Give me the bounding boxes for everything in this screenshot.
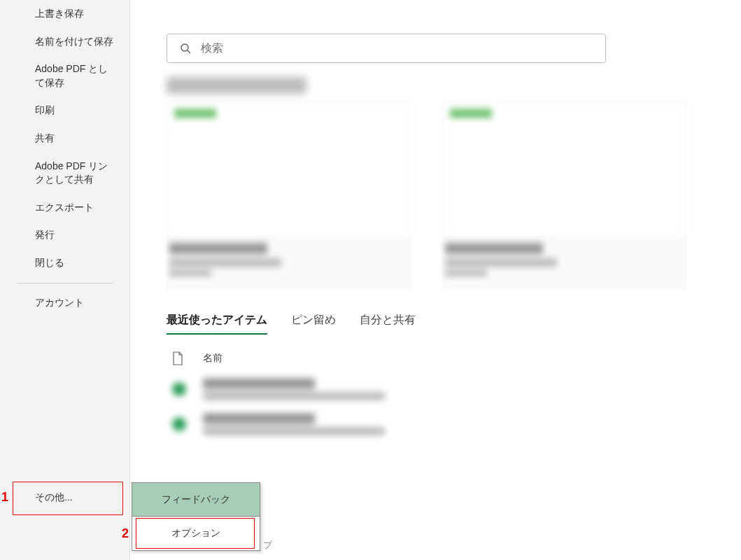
sidebar-item-save[interactable]: 上書き保存 (0, 0, 129, 28)
popup-item-feedback[interactable]: フィードバック (132, 483, 260, 517)
recent-cards-row (167, 101, 705, 290)
sidebar-divider (17, 283, 113, 284)
recent-card[interactable] (442, 101, 687, 290)
tab-recent[interactable]: 最近使ったアイテム (167, 313, 267, 335)
sidebar-item-account[interactable]: アカウント (0, 289, 129, 317)
list-item[interactable] (172, 413, 705, 435)
card-info-blurred (167, 237, 411, 290)
excel-file-icon (172, 417, 186, 431)
svg-point-0 (181, 44, 188, 51)
tab-pinned[interactable]: ピン留め (291, 313, 336, 335)
search-icon (180, 43, 191, 54)
list-item[interactable] (172, 378, 705, 400)
sidebar-item-share-adobe-pdf-link[interactable]: Adobe PDF リンクとして共有 (0, 153, 129, 194)
list-header: 名前 (172, 351, 705, 365)
recent-tabs: 最近使ったアイテム ピン留め 自分と共有 (167, 313, 705, 335)
search-input[interactable] (201, 42, 593, 55)
sidebar-item-save-adobe-pdf[interactable]: Adobe PDF として保存 (0, 55, 129, 97)
sidebar-item-share[interactable]: 共有 (0, 125, 129, 153)
column-header-name: 名前 (203, 352, 223, 365)
sidebar-item-close[interactable]: 閉じる (0, 249, 129, 277)
card-thumbnail (442, 101, 687, 237)
sidebar-item-publish[interactable]: 発行 (0, 221, 129, 249)
backstage-sidebar: 上書き保存 名前を付けて保存 Adobe PDF として保存 印刷 共有 Ado… (0, 0, 130, 560)
sidebar-item-print[interactable]: 印刷 (0, 97, 129, 125)
recent-card[interactable] (167, 101, 411, 290)
excel-file-icon (172, 382, 186, 396)
truncated-text-fragment: プ (263, 539, 272, 552)
more-popup-menu: フィードバック オプション (132, 482, 260, 551)
section-heading-blurred (167, 77, 306, 94)
popup-item-options[interactable]: オプション (132, 517, 260, 550)
annotation-number-1: 1 (1, 490, 8, 505)
sidebar-item-save-as[interactable]: 名前を付けて保存 (0, 28, 129, 56)
main-content: 最近使ったアイテム ピン留め 自分と共有 名前 (130, 0, 741, 560)
card-info-blurred (442, 237, 687, 290)
search-box[interactable] (167, 34, 606, 63)
sidebar-item-export[interactable]: エクスポート (0, 194, 129, 222)
sidebar-item-more[interactable]: その他... (35, 491, 73, 504)
card-thumbnail (167, 101, 411, 237)
svg-line-1 (188, 50, 190, 53)
document-icon (172, 351, 183, 365)
annotation-number-2: 2 (122, 526, 129, 541)
tab-shared-with-me[interactable]: 自分と共有 (360, 313, 416, 335)
